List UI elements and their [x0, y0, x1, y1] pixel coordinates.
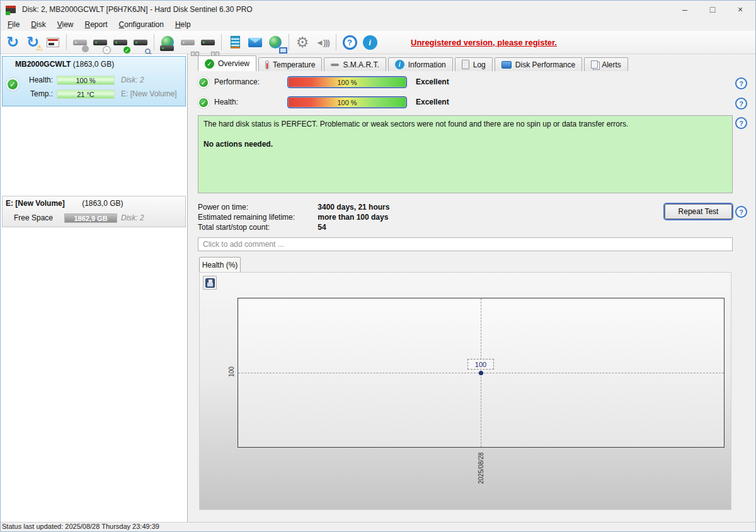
disk-search-icon[interactable] — [131, 33, 150, 52]
tab-disk-performance[interactable]: Disk Performance — [495, 57, 582, 71]
health-chart-plot: 100 — [238, 298, 724, 448]
performance-rating: Excellent — [416, 77, 449, 86]
disk-temp-label: Temp.: — [3, 89, 53, 98]
disk-health-bar: 100 % — [57, 76, 115, 85]
health-chart-panel: 100 100 2025/08/28 — [199, 272, 731, 510]
refresh-icon[interactable]: ↻ — [3, 33, 22, 52]
tab-alerts[interactable]: Alerts — [584, 57, 628, 71]
settings-gear-icon[interactable]: ⚙ — [293, 33, 312, 52]
tab-temperature[interactable]: Temperature — [258, 57, 322, 71]
power-on-time-label: Power on time: — [198, 202, 316, 212]
detail-row: Total start/stop count: 54 — [198, 222, 389, 232]
free-space-label: Free Space — [3, 213, 53, 222]
tab-label: S.M.A.R.T. — [343, 60, 379, 69]
disk-list-sidebar: MB2000GCWLT (1863,0 GB) ✓ Health: 100 % … — [1, 54, 188, 522]
performance-row: ✓ Performance: 100 % Excellent — [198, 76, 733, 89]
health-rating: Excellent — [416, 98, 449, 106]
disk-eject-icon[interactable] — [198, 33, 217, 52]
info-icon[interactable]: i — [360, 33, 379, 52]
performance-check-icon: ✓ — [198, 77, 209, 88]
maximize-button[interactable]: □ — [699, 1, 726, 18]
disk-connect-icon[interactable] — [178, 33, 197, 52]
detail-row: Estimated remaining lifetime: more than … — [198, 212, 389, 222]
help-icon[interactable]: ? — [340, 33, 359, 52]
disk-item-selected[interactable]: MB2000GCWLT (1863,0 GB) ✓ Health: 100 % … — [2, 56, 186, 106]
disk-clock-icon[interactable]: · — [91, 33, 110, 52]
disk-details: Power on time: 3400 days, 21 hours Estim… — [198, 202, 389, 232]
disk-name: MB2000GCWLT — [15, 60, 71, 69]
close-button[interactable]: × — [726, 1, 754, 18]
toolbar-separator — [154, 34, 154, 50]
network-monitor-icon[interactable] — [266, 33, 285, 52]
save-icon — [205, 278, 215, 288]
tab-overview[interactable]: ✓ Overview — [198, 55, 256, 71]
health-label: Health: — [214, 98, 238, 106]
free-space-bar: 1862,9 GB — [64, 213, 117, 223]
remaining-lifetime-label: Estimated remaining lifetime: — [198, 212, 316, 222]
disk-status-text: The hard disk status is PERFECT. Problem… — [203, 120, 727, 128]
repeat-test-help-icon[interactable]: ? — [735, 206, 747, 218]
performance-bar: 100 % — [287, 76, 407, 88]
tab-smart[interactable]: S.M.A.R.T. — [324, 57, 386, 71]
chart-point-label: 100 — [467, 359, 494, 370]
app-hdd-icon — [6, 6, 16, 13]
sound-speaker-icon[interactable]: ◄))) — [313, 33, 332, 52]
partition-title: E: [New Volume] (1863,0 GB) — [3, 196, 185, 208]
partition-item[interactable]: E: [New Volume] (1863,0 GB) Free Space 1… — [2, 196, 186, 227]
start-stop-count-value: 54 — [318, 223, 326, 232]
menu-file[interactable]: File — [2, 19, 25, 30]
chart-tab-health[interactable]: Health (%) — [199, 257, 241, 272]
tab-label: Information — [408, 60, 446, 69]
tab-bar: ✓ Overview Temperature S.M.A.R.T. i Info… — [198, 55, 628, 71]
tab-information[interactable]: i Information — [388, 57, 453, 71]
disk-size: (1863,0 GB) — [73, 60, 114, 69]
network-disk-icon[interactable] — [158, 33, 177, 52]
menu-report[interactable]: Report — [79, 19, 113, 30]
menu-disk[interactable]: Disk — [25, 19, 51, 30]
status-bar: Status last updated: 2025/08/28 Thursday… — [1, 522, 755, 531]
menu-view[interactable]: View — [52, 19, 79, 30]
toolbar-separator — [336, 34, 336, 50]
disk-comment-icon[interactable] — [71, 33, 89, 52]
disk-accept-icon[interactable]: ✓ — [111, 33, 130, 52]
chart-y-axis-tick: 100 — [228, 363, 235, 381]
tab-label: Temperature — [273, 60, 315, 69]
disk-performance-icon — [501, 61, 512, 69]
tab-label: Disk Performance — [515, 60, 575, 69]
health-help-icon[interactable]: ? — [735, 98, 747, 110]
comment-input[interactable] — [198, 237, 733, 251]
email-icon[interactable] — [246, 33, 265, 52]
disk-number: Disk: 2 — [121, 76, 144, 84]
detail-row: Power on time: 3400 days, 21 hours — [198, 202, 389, 212]
hard-disk-sentinel-window: Disk: 2, MB2000GCWLT [P6H7K6JN] - Hard D… — [0, 0, 756, 532]
minimize-button[interactable]: – — [671, 1, 699, 18]
chart-data-point — [479, 371, 483, 375]
disk-temp-row: Temp.: 21 °C E: [New Volume] — [3, 89, 185, 99]
menu-help[interactable]: Help — [169, 19, 197, 30]
tab-label: Log — [473, 60, 486, 69]
menu-configuration[interactable]: Configuration — [113, 19, 169, 30]
performance-label: Performance: — [214, 77, 260, 86]
status-help-icon[interactable]: ? — [735, 117, 747, 129]
refresh-warning-icon[interactable]: ↻⚠ — [23, 33, 42, 52]
save-chart-button[interactable] — [203, 276, 217, 290]
overview-check-icon: ✓ — [205, 59, 214, 69]
unregistered-link[interactable]: Unregistered version, please register. — [411, 38, 557, 47]
window-title: Disk: 2, MB2000GCWLT [P6H7K6JN] - Hard D… — [22, 5, 253, 14]
toolbar-separator — [66, 34, 67, 50]
tab-label: Alerts — [602, 60, 621, 69]
disk-health-label: Health: — [3, 76, 53, 84]
temperature-icon — [265, 60, 269, 69]
repeat-test-button[interactable]: Repeat Test — [665, 204, 732, 219]
disk-status-action: No actions needed. — [203, 140, 727, 149]
disk-report-icon[interactable] — [43, 33, 62, 52]
partition-free-row: Free Space 1862,9 GB Disk: 2 — [3, 213, 185, 224]
disk-temp-bar: 21 °C — [57, 89, 115, 99]
report-notes-icon[interactable] — [226, 33, 244, 52]
tab-log[interactable]: Log — [455, 57, 493, 71]
disk-health-row: Health: 100 % Disk: 2 — [3, 76, 185, 86]
health-check-icon: ✓ — [198, 97, 209, 108]
performance-help-icon[interactable]: ? — [735, 77, 747, 89]
start-stop-count-label: Total start/stop count: — [198, 222, 316, 232]
toolbar: ↻ ↻⚠ · ✓ ⚙ ◄))) ? i Unregistered version… — [1, 31, 755, 54]
